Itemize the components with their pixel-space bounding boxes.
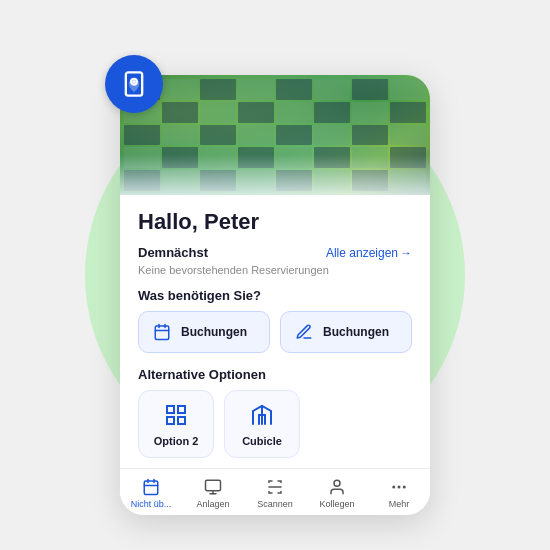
alt-option-1[interactable]: Option 2	[138, 390, 214, 458]
svg-rect-3	[155, 326, 169, 340]
svg-rect-7	[167, 406, 174, 413]
svg-point-2	[132, 80, 136, 84]
see-all-arrow: →	[400, 246, 412, 260]
nav-label-1: Anlagen	[196, 499, 229, 509]
grid-icon	[162, 401, 190, 429]
nav-item-4[interactable]: Mehr	[368, 469, 430, 515]
nav-item-1[interactable]: Anlagen	[182, 469, 244, 515]
phone-location-icon	[120, 70, 148, 98]
needs-title: Was benötigen Sie?	[138, 288, 412, 303]
quick-actions: Buchungen Buchungen	[138, 311, 412, 353]
svg-point-21	[392, 486, 395, 489]
nav-item-2[interactable]: Scannen	[244, 469, 306, 515]
svg-rect-8	[178, 406, 185, 413]
action-btn-2[interactable]: Buchungen	[280, 311, 412, 353]
nav-item-3[interactable]: Kollegen	[306, 469, 368, 515]
svg-point-20	[334, 480, 340, 486]
alt-option-1-label: Option 2	[154, 435, 199, 447]
upcoming-section-header: Demnächst Alle anzeigen →	[138, 245, 412, 260]
svg-point-23	[403, 486, 406, 489]
outer-container: Hallo, Peter Demnächst Alle anzeigen → K…	[25, 25, 525, 525]
phone-badge	[105, 55, 163, 113]
action-btn-2-label: Buchungen	[323, 325, 389, 339]
greeting-text: Hallo, Peter	[138, 209, 412, 235]
phone-card: Hallo, Peter Demnächst Alle anzeigen → K…	[120, 75, 430, 515]
cubicle-icon	[248, 401, 276, 429]
dots-icon	[389, 477, 409, 497]
svg-point-22	[398, 486, 401, 489]
nav-label-0: Nicht üb...	[131, 499, 172, 509]
hero-image	[120, 75, 430, 195]
alt-options-section: Alternative Optionen Option 2	[138, 367, 412, 458]
see-all-text: Alle anzeigen	[326, 246, 398, 260]
nav-label-2: Scannen	[257, 499, 293, 509]
alt-options-grid: Option 2 Cubicle	[138, 390, 412, 458]
svg-rect-12	[144, 481, 158, 495]
card-content: Hallo, Peter Demnächst Alle anzeigen → K…	[120, 195, 430, 458]
svg-rect-9	[167, 417, 174, 424]
nav-label-4: Mehr	[389, 499, 410, 509]
upcoming-title: Demnächst	[138, 245, 208, 260]
alt-option-2-label: Cubicle	[242, 435, 282, 447]
action-btn-1[interactable]: Buchungen	[138, 311, 270, 353]
calendar-nav-icon	[141, 477, 161, 497]
monitor-icon	[203, 477, 223, 497]
building-grid	[120, 75, 430, 195]
alt-options-title: Alternative Optionen	[138, 367, 412, 382]
scan-icon	[265, 477, 285, 497]
nav-label-3: Kollegen	[319, 499, 354, 509]
nav-item-0[interactable]: Nicht üb...	[120, 469, 182, 515]
action-btn-1-label: Buchungen	[181, 325, 247, 339]
see-all-link[interactable]: Alle anzeigen →	[326, 246, 412, 260]
pencil-icon	[293, 321, 315, 343]
calendar-icon	[151, 321, 173, 343]
alt-option-2[interactable]: Cubicle	[224, 390, 300, 458]
svg-rect-10	[178, 417, 185, 424]
no-reservations-text: Keine bevorstehenden Reservierungen	[138, 264, 412, 276]
bottom-nav: Nicht üb... Anlagen	[120, 468, 430, 515]
svg-rect-16	[206, 480, 221, 491]
person-icon	[327, 477, 347, 497]
